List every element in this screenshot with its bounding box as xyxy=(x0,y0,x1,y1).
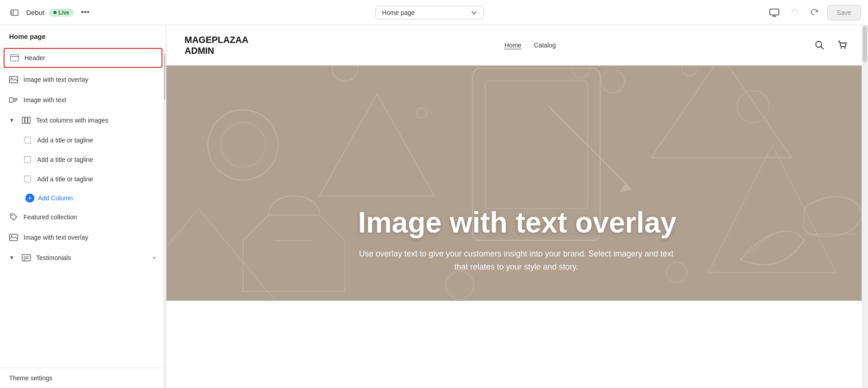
text-columns-icon xyxy=(22,116,31,125)
svg-rect-2 xyxy=(770,9,779,15)
svg-rect-18 xyxy=(24,176,31,182)
svg-point-48 xyxy=(572,66,590,77)
preview-scrollbar-thumb xyxy=(863,26,867,62)
live-dot xyxy=(53,11,57,14)
svg-marker-37 xyxy=(651,66,792,158)
redo-button[interactable] xyxy=(807,5,822,20)
image-text-icon xyxy=(9,95,18,104)
sidebar-item-image-overlay-2[interactable]: Image with text overlay xyxy=(0,227,166,248)
testimonials-chevron xyxy=(152,255,157,260)
cart-icon xyxy=(837,40,847,50)
tag-icon xyxy=(9,213,18,222)
save-button[interactable]: Save xyxy=(827,5,861,20)
svg-rect-16 xyxy=(24,137,31,143)
desktop-icon-btn[interactable] xyxy=(767,6,782,19)
header-icon xyxy=(10,53,19,62)
crop-icon-2 xyxy=(24,156,32,164)
search-icon-btn[interactable] xyxy=(812,38,827,53)
nav-catalog[interactable]: Catalog xyxy=(534,42,556,49)
svg-point-29 xyxy=(844,47,845,49)
sidebar-title: Home page xyxy=(0,25,166,46)
hero-subtitle: Use overlay text to give your customers … xyxy=(358,247,674,274)
expand-arrow: ▼ xyxy=(9,117,14,123)
add-column-button[interactable]: + Add Column xyxy=(0,189,166,207)
redo-icon xyxy=(810,8,819,17)
svg-rect-14 xyxy=(25,117,27,123)
svg-point-19 xyxy=(11,215,13,216)
svg-marker-39 xyxy=(166,208,294,301)
undo-icon xyxy=(790,8,799,17)
sidebar-item-header-label: Header xyxy=(24,54,45,62)
sidebar-scrollbar xyxy=(163,51,166,388)
store-nav: Home Catalog xyxy=(504,42,556,49)
sidebar-scrollbar-thumb xyxy=(164,54,166,99)
add-column-label: Add Column xyxy=(38,194,73,202)
topbar-right: Save xyxy=(767,5,861,20)
sidebar-item-image-text-label: Image with text xyxy=(24,96,66,104)
svg-point-47 xyxy=(417,108,427,118)
preview-frame: MAGEPLAZAA ADMIN Home Catalog xyxy=(166,25,868,388)
svg-marker-38 xyxy=(709,145,836,272)
sidebar-item-featured-collection[interactable]: Featured collection xyxy=(0,207,166,227)
nav-home[interactable]: Home xyxy=(504,42,521,49)
page-select[interactable]: Home page xyxy=(375,6,484,19)
sidebar-item-text-columns[interactable]: ▼ Text columns with images xyxy=(0,110,166,131)
undo-button[interactable] xyxy=(787,5,802,20)
testimonials-icon xyxy=(22,253,31,262)
svg-point-33 xyxy=(602,70,625,93)
topbar-center: Home page xyxy=(98,6,761,19)
sidebar-item-tagline-1-label: Add a title or tagline xyxy=(37,137,93,144)
svg-point-8 xyxy=(11,78,13,79)
crop-icon-3 xyxy=(24,175,32,183)
sidebar-item-tagline-2[interactable]: Add a title or tagline xyxy=(0,150,166,170)
svg-marker-36 xyxy=(319,94,434,196)
sidebar-item-image-overlay-1[interactable]: Image with text overlay xyxy=(0,70,166,90)
back-icon xyxy=(10,8,19,17)
search-icon xyxy=(815,40,825,50)
svg-point-31 xyxy=(221,123,266,167)
desktop-icon xyxy=(769,9,779,17)
svg-point-28 xyxy=(840,47,842,49)
sidebar-item-tagline-2-label: Add a title or tagline xyxy=(37,156,93,163)
back-button[interactable] xyxy=(7,5,22,20)
sidebar-item-tagline-3-label: Add a title or tagline xyxy=(37,175,93,183)
svg-rect-5 xyxy=(10,55,19,61)
sidebar-item-featured-collection-label: Featured collection xyxy=(24,213,77,221)
plus-circle-icon: + xyxy=(25,194,34,203)
topbar-left: Debut Live ••• xyxy=(7,5,92,20)
svg-rect-22 xyxy=(22,255,30,261)
preview-area: MAGEPLAZAA ADMIN Home Catalog xyxy=(166,25,868,388)
svg-rect-17 xyxy=(24,156,31,163)
store-logo: MAGEPLAZAA ADMIN xyxy=(185,34,248,56)
svg-rect-15 xyxy=(28,117,30,123)
sidebar-item-header[interactable]: Header xyxy=(4,48,162,68)
svg-point-32 xyxy=(332,66,358,81)
theme-settings[interactable]: Theme settings xyxy=(0,368,166,388)
store-nav-right xyxy=(812,38,850,53)
live-badge: Live xyxy=(49,9,74,17)
preview-scrollbar xyxy=(862,25,868,388)
topbar: Debut Live ••• Home page xyxy=(0,0,868,25)
more-button[interactable]: ••• xyxy=(78,6,92,19)
crop-icon-1 xyxy=(24,136,32,144)
sidebar-item-image-overlay-2-label: Image with text overlay xyxy=(24,234,88,241)
svg-point-34 xyxy=(682,66,697,76)
store-header: MAGEPLAZAA ADMIN Home Catalog xyxy=(166,25,868,66)
sidebar-item-text-columns-label: Text columns with images xyxy=(36,117,109,124)
svg-point-26 xyxy=(816,42,821,47)
testimonials-expand-arrow: ▼ xyxy=(9,255,14,261)
image-overlay-icon xyxy=(9,75,18,84)
sidebar-item-testimonials[interactable]: ▼ Testimonials xyxy=(0,248,166,268)
svg-rect-9 xyxy=(9,98,13,102)
sidebar-item-image-text[interactable]: Image with text xyxy=(0,90,166,110)
sidebar-scroll: Header Image with text overlay xyxy=(0,46,166,368)
svg-point-30 xyxy=(208,110,278,180)
svg-point-21 xyxy=(11,236,13,237)
hero-title: Image with text overlay xyxy=(358,207,676,238)
svg-line-27 xyxy=(821,47,824,49)
sidebar-item-tagline-1[interactable]: Add a title or tagline xyxy=(0,131,166,150)
image-overlay-icon-2 xyxy=(9,233,18,242)
sidebar-item-tagline-3[interactable]: Add a title or tagline xyxy=(0,170,166,189)
sidebar-item-testimonials-label: Testimonials xyxy=(36,254,71,261)
cart-icon-btn[interactable] xyxy=(835,38,850,53)
